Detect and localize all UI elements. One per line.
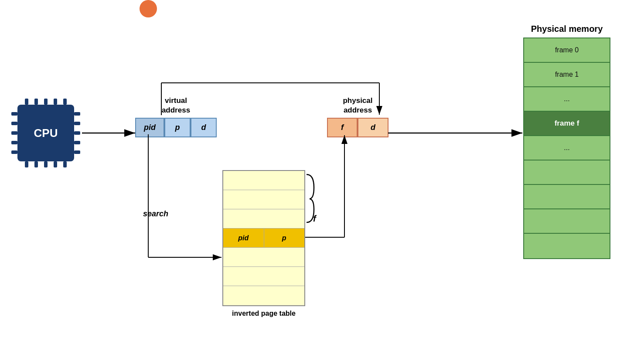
pin	[11, 122, 17, 125]
pa-d-box: d	[358, 118, 388, 137]
ipt-row-4	[223, 248, 304, 267]
cpu-label: CPU	[34, 126, 58, 140]
cpu-pins-bottom	[22, 161, 70, 167]
physical-address-boxes: f d	[327, 118, 388, 137]
ipt-cell-p: p	[264, 229, 305, 247]
cpu-icon: CPU	[17, 105, 74, 161]
physical-address-group: physical address f d	[327, 96, 388, 137]
pin	[44, 161, 48, 167]
pin	[74, 112, 80, 116]
ipt-row-1	[223, 190, 304, 209]
pin	[34, 99, 38, 105]
cpu-wrapper: CPU	[17, 105, 74, 161]
va-pid-box: pid	[135, 118, 164, 137]
pin	[54, 99, 57, 105]
physical-memory-group: Physical memory frame 0 frame 1 ... fram…	[523, 24, 610, 259]
virtual-address-label: virtual address	[135, 96, 217, 115]
va-d-box: d	[191, 118, 217, 137]
ipt-row-0	[223, 171, 304, 190]
physical-memory-title: Physical memory	[523, 24, 610, 34]
pin	[54, 161, 57, 167]
pin	[11, 141, 17, 144]
pin	[11, 112, 17, 116]
ipt-group: pid p inverted page table	[222, 170, 305, 317]
pin	[11, 131, 17, 135]
pin	[74, 131, 80, 135]
ipt-title: inverted page table	[222, 310, 305, 317]
pin	[25, 99, 28, 105]
pm-row-f: frame f	[524, 112, 610, 136]
pm-row-6	[524, 185, 610, 209]
pin	[25, 161, 28, 167]
pm-row-1: frame 1	[524, 63, 610, 87]
f-brace-label: f	[313, 214, 316, 224]
ipt-cell-pid: pid	[223, 229, 264, 247]
va-p-box: p	[164, 118, 191, 137]
pm-row-0: frame 0	[524, 38, 610, 63]
pa-f-box: f	[327, 118, 358, 137]
pin	[63, 161, 67, 167]
cpu-pins-top	[22, 99, 70, 105]
virtual-address-group: virtual address pid p d	[135, 96, 217, 137]
virtual-address-boxes: pid p d	[135, 118, 217, 137]
physical-memory-table: frame 0 frame 1 ... frame f ...	[523, 38, 610, 259]
pin	[63, 99, 67, 105]
orange-accent	[140, 0, 157, 17]
pin	[11, 150, 17, 154]
ipt-table: pid p	[222, 170, 305, 306]
physical-address-label: physical address	[327, 96, 388, 115]
pm-row-2: ...	[524, 87, 610, 112]
cpu-pins-right	[74, 109, 80, 157]
pm-row-5	[524, 160, 610, 185]
pin	[74, 150, 80, 154]
ipt-row-2	[223, 209, 304, 229]
cpu-pins-left	[11, 109, 17, 157]
ipt-row-highlight: pid p	[223, 229, 304, 248]
pin	[34, 161, 38, 167]
pm-row-8	[524, 234, 610, 258]
pm-row-4: ...	[524, 136, 610, 160]
search-label: search	[143, 209, 168, 218]
diagram-container: CPU virtual address pid p d physical add…	[0, 0, 644, 355]
ipt-row-6	[223, 286, 304, 305]
pm-row-7	[524, 209, 610, 234]
pin	[74, 141, 80, 144]
pin	[44, 99, 48, 105]
pin	[74, 122, 80, 125]
ipt-row-5	[223, 267, 304, 286]
